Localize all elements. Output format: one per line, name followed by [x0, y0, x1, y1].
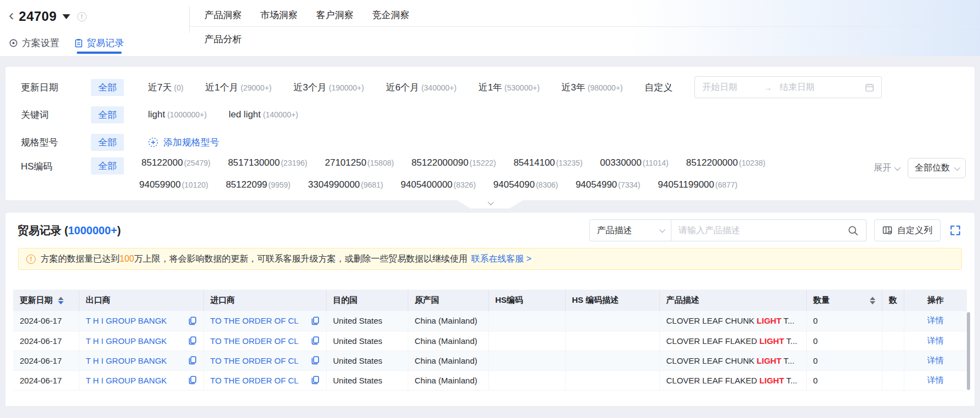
keyword-filter-option[interactable]: led light(140000+): [229, 109, 298, 120]
add-spec-model-label: 添加规格型号: [163, 136, 219, 149]
col-quantity[interactable]: 数量: [806, 290, 882, 311]
plan-id[interactable]: 24709: [19, 9, 56, 24]
end-date-input[interactable]: 结束日期: [779, 82, 865, 93]
tab-plan-settings[interactable]: 方案设置: [9, 31, 59, 55]
custom-date-label[interactable]: 自定义: [645, 81, 673, 94]
date-filter-option[interactable]: 近3年(980000+): [562, 81, 623, 94]
hs-code-option[interactable]: 94059900(10120): [139, 179, 208, 190]
hs-code-option[interactable]: 85122000(25479): [141, 157, 210, 168]
copy-icon[interactable]: [189, 356, 197, 365]
main-nav: 产品洞察市场洞察客户洞察竞企洞察 产品分析: [190, 0, 980, 56]
option-count: (10238): [739, 159, 765, 167]
hs-code-option[interactable]: 3304990000(9681): [308, 179, 383, 190]
date-filter-option[interactable]: 近1个月(29000+): [206, 81, 272, 94]
importer-link[interactable]: TO THE ORDER OF CL: [210, 316, 299, 325]
hs-code-option[interactable]: 94051199000(6877): [658, 179, 737, 190]
add-spec-model-button[interactable]: 添加规格型号: [148, 136, 219, 149]
filter-label: 更新日期: [21, 81, 91, 94]
copy-icon[interactable]: [189, 376, 197, 385]
search-category-select[interactable]: 产品描述: [589, 219, 671, 241]
hs-code-option[interactable]: 9405400000(8326): [401, 179, 476, 190]
copy-icon[interactable]: [311, 376, 320, 385]
date-filter-option[interactable]: 近3个月(190000+): [294, 81, 364, 94]
filter-all-chip[interactable]: 全部: [91, 79, 124, 96]
hs-code-option[interactable]: 85414100(13235): [514, 157, 583, 168]
keyword-filter-option[interactable]: light(1000000+): [148, 109, 207, 120]
table-row: 2024-06-17 T H I GROUP BANGK: [13, 331, 967, 351]
filter-all-chip[interactable]: 全部: [91, 157, 124, 174]
copy-icon[interactable]: [189, 336, 197, 345]
filter-all-chip[interactable]: 全部: [91, 134, 124, 151]
cell-hs-desc: [565, 351, 659, 370]
tab-trade-records[interactable]: 贸易记录: [75, 31, 124, 55]
importer-link[interactable]: TO THE ORDER OF CL: [210, 336, 299, 346]
copy-icon[interactable]: [311, 317, 320, 325]
filter-all-chip[interactable]: 全部: [91, 106, 124, 123]
copy-icon[interactable]: [311, 336, 320, 345]
copy-icon[interactable]: [311, 356, 320, 365]
date-filter-option[interactable]: 近6个月(340000+): [386, 81, 457, 94]
date-filter-option[interactable]: 近1年(530000+): [478, 81, 540, 94]
exporter-link[interactable]: T H I GROUP BANGK: [86, 356, 167, 365]
nav-item[interactable]: 竞企洞察: [372, 9, 409, 21]
hs-code-option[interactable]: 85122099(9959): [226, 179, 290, 190]
col-update-date[interactable]: 更新日期: [13, 290, 79, 311]
hs-digits-select[interactable]: 全部位数: [908, 158, 966, 178]
importer-link[interactable]: TO THE ORDER OF CL: [210, 356, 299, 365]
copy-icon[interactable]: [189, 317, 197, 325]
filter-label: 规格型号: [21, 136, 91, 149]
col-importer: 进口商: [203, 290, 326, 311]
nav-item[interactable]: 市场洞察: [260, 9, 298, 21]
sort-icon[interactable]: [870, 297, 875, 304]
quota-warning-banner: ! 方案的数据量已达到100万上限，将会影响数据的更新，可联系客服升级方案，或删…: [18, 248, 962, 270]
hs-code-option[interactable]: 8512200000(10238): [686, 157, 766, 168]
detail-link[interactable]: 详情: [927, 355, 944, 365]
cell-clipped: [882, 370, 904, 390]
detail-link[interactable]: 详情: [927, 375, 944, 385]
hs-code-option[interactable]: 00330000(11014): [600, 157, 669, 168]
hs-code-option[interactable]: 94054090(8306): [493, 179, 558, 190]
start-date-input[interactable]: 开始日期: [702, 82, 764, 93]
hs-code-option[interactable]: 85122000090(15222): [412, 157, 496, 168]
cell-actions: 详情: [904, 331, 967, 351]
option-count: (530000+): [504, 83, 539, 92]
chevron-down-icon: [954, 164, 960, 170]
plan-dropdown-caret-icon[interactable]: [62, 14, 70, 19]
hs-code-option[interactable]: 94054990(7334): [576, 179, 640, 190]
filter-label: 关键词: [21, 109, 91, 121]
exporter-link[interactable]: T H I GROUP BANGK: [86, 376, 167, 385]
option-count: (0): [174, 83, 183, 92]
detail-link[interactable]: 详情: [927, 315, 944, 325]
search-input[interactable]: 请输入产品描述: [671, 219, 867, 241]
back-icon[interactable]: ‹: [9, 7, 14, 24]
exporter-link[interactable]: T H I GROUP BANGK: [86, 336, 167, 346]
hs-code-option[interactable]: 27101250(15808): [325, 157, 394, 168]
chevron-down-icon: [488, 199, 494, 205]
cell-hs-desc: [565, 331, 659, 351]
nav-item[interactable]: 产品洞察: [204, 9, 242, 21]
col-product-desc: 产品描述: [659, 290, 806, 311]
sort-icon[interactable]: [58, 297, 64, 304]
fullscreen-icon[interactable]: [949, 224, 962, 237]
cell-product-desc: CLOVER LEAF FLAKED LIGHT T...: [659, 331, 806, 351]
cell-importer: TO THE ORDER OF CL: [203, 311, 326, 331]
search-icon[interactable]: [847, 225, 859, 236]
filter-row-spec-model: 规格型号 全部 添加规格型号: [5, 128, 975, 156]
info-icon[interactable]: !: [77, 12, 87, 21]
contact-support-link[interactable]: 联系在线客服 >: [471, 254, 532, 263]
date-range-picker[interactable]: 开始日期 → 结束日期: [694, 76, 882, 98]
subnav-product-analysis[interactable]: 产品分析: [204, 33, 242, 46]
expand-hs-toggle[interactable]: 展开: [874, 162, 899, 174]
vertical-scrollbar[interactable]: [967, 312, 970, 390]
cell-destination: United States: [326, 351, 408, 370]
option-count: (10120): [182, 180, 208, 189]
detail-link[interactable]: 详情: [927, 336, 944, 345]
nav-item[interactable]: 客户洞察: [316, 9, 354, 21]
exporter-link[interactable]: T H I GROUP BANGK: [86, 316, 167, 325]
cell-hs-code: [488, 311, 565, 331]
date-filter-option[interactable]: 近7天(0): [148, 81, 184, 94]
importer-link[interactable]: TO THE ORDER OF CL: [210, 376, 299, 385]
collapse-filters-tab[interactable]: [457, 200, 523, 208]
customize-columns-button[interactable]: 自定义列: [874, 219, 941, 241]
hs-code-option[interactable]: 8517130000(23196): [228, 157, 307, 168]
